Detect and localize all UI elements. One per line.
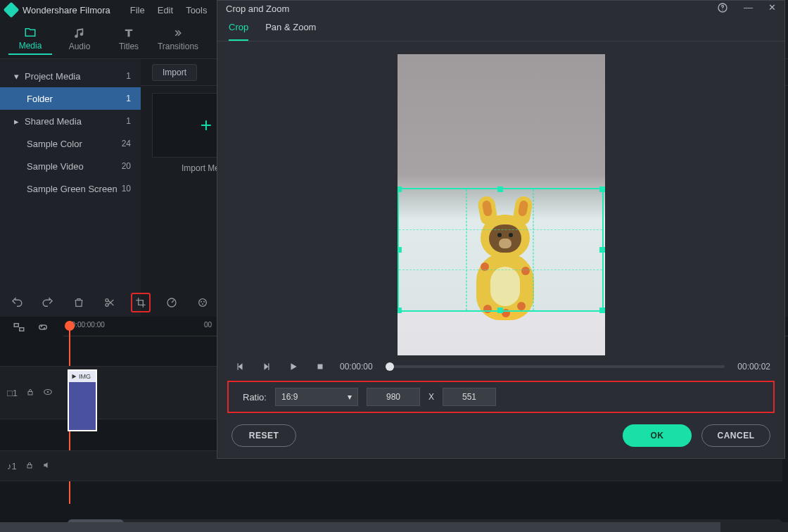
crop-handle[interactable] — [599, 186, 605, 192]
redo-icon[interactable] — [38, 293, 58, 312]
split-icon[interactable] — [100, 293, 120, 312]
undo-icon[interactable] — [7, 293, 27, 312]
group-icon[interactable] — [13, 321, 25, 334]
tree-label: Sample Video — [27, 161, 84, 172]
crop-handle[interactable] — [398, 308, 402, 313]
tree-count: 10 — [122, 184, 131, 194]
tab-audio[interactable]: Audio — [58, 24, 101, 54]
crop-zoom-dialog: Crop and Zoom — ✕ Crop Pan & Zoom — [217, 0, 785, 459]
tree-project-media[interactable]: ▾Project Media 1 — [0, 65, 141, 87]
svg-rect-8 — [14, 324, 18, 327]
tab-transitions[interactable]: Transitions — [156, 24, 200, 54]
dialog-title: Crop and Zoom — [226, 4, 289, 14]
tree-folder[interactable]: Folder 1 — [0, 87, 141, 110]
seek-bar[interactable] — [386, 365, 725, 368]
time-total: 00:00:02 — [737, 362, 770, 372]
tab-transitions-label: Transitions — [158, 42, 198, 51]
tree-label: Sample Color — [27, 139, 82, 149]
crop-tool-icon[interactable] — [131, 293, 151, 312]
next-frame-icon[interactable] — [260, 360, 274, 374]
stop-icon[interactable] — [313, 360, 327, 374]
tree-count: 1 — [126, 116, 131, 126]
clip-label: IMG — [79, 373, 91, 380]
tab-titles[interactable]: Titles — [107, 24, 151, 54]
tree-sample-video[interactable]: Sample Video 20 — [0, 155, 141, 177]
timecode-tick: 00 — [204, 321, 212, 329]
chevron-down-icon: ▾ — [348, 392, 352, 402]
lock-icon[interactable] — [25, 461, 34, 471]
import-button[interactable]: Import — [152, 64, 197, 81]
speed-icon[interactable] — [162, 293, 182, 312]
svg-point-4 — [199, 299, 207, 307]
tree-label: Project Media — [25, 71, 80, 82]
crop-handle[interactable] — [497, 186, 503, 192]
ratio-dropdown[interactable]: 16:9 ▾ — [275, 388, 358, 406]
speaker-icon[interactable] — [42, 460, 52, 472]
ok-button[interactable]: OK — [623, 424, 692, 447]
dialog-actions: RESET OK CANCEL — [217, 413, 784, 458]
svg-rect-17 — [318, 365, 323, 369]
chevron-down-icon: ▾ — [14, 71, 19, 82]
close-icon[interactable]: ✕ — [768, 2, 776, 15]
help-icon[interactable] — [717, 2, 728, 15]
tree-count: 1 — [126, 71, 131, 81]
timeline-clip[interactable]: IMG — [68, 369, 97, 431]
tree-sample-color[interactable]: Sample Color 24 — [0, 132, 141, 155]
dialog-tabs: Crop Pan & Zoom — [217, 16, 784, 42]
svg-point-2 — [106, 303, 108, 306]
chevron-right-icon: ▸ — [14, 116, 19, 127]
crop-handle[interactable] — [398, 186, 402, 192]
menu-file[interactable]: File — [130, 5, 145, 15]
seek-thumb[interactable] — [386, 362, 394, 371]
app-name: Wondershare Filmora — [23, 5, 110, 15]
text-icon — [122, 27, 135, 39]
eye-icon[interactable] — [43, 387, 53, 399]
svg-point-6 — [203, 301, 205, 303]
reset-button[interactable]: RESET — [231, 424, 296, 447]
track-id: □1 — [7, 388, 18, 398]
tree-shared-media[interactable]: ▸Shared Media 1 — [0, 110, 141, 132]
link-icon[interactable] — [37, 321, 49, 334]
tree-label: Sample Green Screen — [27, 184, 117, 194]
crop-height-input[interactable]: 551 — [443, 388, 496, 406]
main-menu: File Edit Tools Vi — [130, 5, 228, 15]
window-scrollbar[interactable] — [0, 522, 788, 532]
menu-tools[interactable]: Tools — [186, 5, 207, 15]
tab-audio-label: Audio — [69, 42, 91, 51]
lock-icon[interactable] — [26, 388, 34, 398]
ratio-bar: Ratio: 16:9 ▾ 980 X 551 — [227, 381, 775, 413]
cancel-button[interactable]: CANCEL — [701, 424, 770, 447]
svg-rect-14 — [27, 464, 32, 468]
tree-sample-green-screen[interactable]: Sample Green Screen 10 — [0, 177, 141, 200]
tab-titles-label: Titles — [119, 42, 139, 51]
crop-handle[interactable] — [398, 247, 402, 253]
crop-rectangle[interactable] — [398, 188, 604, 312]
tree-label: Shared Media — [25, 116, 82, 127]
dialog-titlebar: Crop and Zoom — ✕ — [217, 1, 784, 16]
svg-marker-16 — [291, 363, 297, 369]
tab-pan-zoom[interactable]: Pan & Zoom — [265, 22, 316, 41]
folder-icon — [24, 26, 37, 39]
color-icon[interactable] — [193, 293, 212, 312]
menu-edit[interactable]: Edit — [158, 5, 173, 15]
svg-point-5 — [201, 301, 202, 303]
minimize-icon[interactable]: — — [744, 2, 753, 15]
scrollbar-thumb[interactable] — [0, 522, 720, 532]
video-frame[interactable] — [398, 54, 605, 355]
crop-handle[interactable] — [497, 308, 503, 313]
crop-handle[interactable] — [599, 247, 605, 253]
play-icon[interactable] — [286, 360, 300, 374]
ratio-value: 16:9 — [281, 392, 298, 402]
dimension-separator: X — [428, 392, 434, 402]
tab-crop[interactable]: Crop — [229, 22, 248, 41]
delete-icon[interactable] — [69, 293, 89, 312]
track-id: ♪1 — [7, 461, 17, 471]
crop-width-input[interactable]: 980 — [367, 388, 420, 406]
prev-frame-icon[interactable] — [233, 360, 247, 374]
tab-media[interactable]: Media — [8, 23, 52, 55]
svg-point-12 — [47, 391, 49, 392]
tree-count: 20 — [122, 161, 131, 171]
crop-handle[interactable] — [599, 308, 605, 313]
track-header: □1 — [0, 387, 61, 399]
svg-marker-13 — [72, 374, 77, 379]
